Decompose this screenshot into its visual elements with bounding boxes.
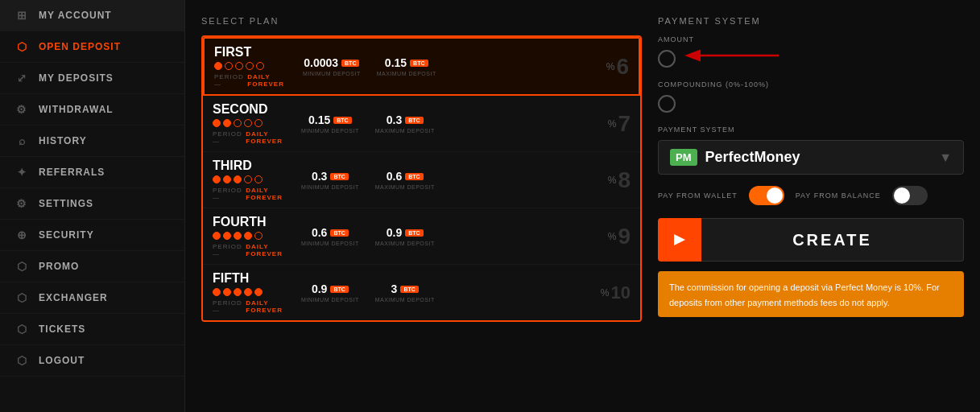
star-3 — [234, 119, 242, 127]
star-2 — [225, 62, 233, 70]
min-deposit-third: 0.3 BTC MINIMUM DEPOSIT — [301, 170, 359, 190]
star-2 — [223, 119, 231, 127]
account-icon: ⊞ — [14, 8, 29, 23]
plan-deposits-fifth: 0.9 BTC MINIMUM DEPOSIT 3 BTC MAXIMUM DE… — [301, 282, 593, 303]
sidebar-item-logout[interactable]: ⬡ Logout — [0, 345, 184, 377]
payment-section: Payment System Amount Compounding (0%-10… — [658, 16, 964, 396]
security-icon: ⊕ — [14, 228, 29, 242]
star-1 — [213, 288, 221, 296]
min-deposit-fifth: 0.9 BTC MINIMUM DEPOSIT — [301, 282, 359, 303]
plan-item-second[interactable]: SECOND PERIOD — DAILY FOREVER — [203, 96, 640, 152]
plan-name-area-first: FIRST PERIOD — DAILY FOREVER — [214, 45, 295, 88]
sidebar-item-open-deposit[interactable]: ⬡ Open Deposit — [0, 31, 184, 63]
pm-name: PerfectMoney — [705, 149, 800, 166]
star-1 — [213, 232, 221, 240]
plan-deposits-second: 0.15 BTC MINIMUM DEPOSIT 0.3 BTC MAXIMUM… — [301, 113, 600, 134]
star-1 — [213, 119, 221, 127]
deposit-icon: ⬡ — [14, 39, 29, 54]
star-4 — [246, 62, 254, 70]
sidebar-item-exchanger[interactable]: ⬡ Exchanger — [0, 282, 184, 314]
star-3 — [234, 232, 242, 240]
plan-percent-fifth: % 10 — [601, 282, 631, 303]
plan-period-first: PERIOD — DAILY FOREVER — [214, 73, 295, 88]
plan-name-area-fifth: FIFTH PERIOD — DAILY FOREVER — [213, 271, 293, 314]
min-deposit-first: 0.0003 BTC MINIMUM DEPOSIT — [303, 56, 361, 76]
max-deposit-fifth: 3 BTC MAXIMUM DEPOSIT — [375, 282, 435, 303]
plan-name-fifth: FIFTH — [213, 271, 293, 286]
plan-name-first: FIRST — [214, 45, 295, 60]
sidebar-item-referrals[interactable]: ✦ Referrals — [0, 157, 184, 188]
star-5 — [256, 62, 264, 70]
plan-name-third: THIRD — [213, 159, 293, 173]
star-3 — [235, 62, 243, 70]
promo-icon: ⬡ — [14, 259, 29, 274]
star-2 — [223, 232, 231, 240]
star-5 — [254, 175, 263, 183]
settings-icon: ⚙ — [14, 196, 29, 211]
sidebar-item-withdrawal[interactable]: ⚙ Withdrawal — [0, 94, 184, 126]
plan-section: Select Plan FIRST PERIOD — DAILY FOREVE — [201, 16, 642, 396]
amount-radio[interactable] — [658, 50, 676, 68]
amount-label: Amount — [658, 35, 964, 43]
notice-text: The commission for opening a deposit via… — [669, 282, 940, 307]
max-deposit-third: 0.6 BTC MAXIMUM DEPOSIT — [375, 170, 435, 190]
amount-radio-row — [658, 50, 964, 68]
compounding-radio-row — [658, 95, 964, 113]
min-deposit-second: 0.15 BTC MINIMUM DEPOSIT — [301, 113, 359, 134]
star-4 — [244, 119, 252, 127]
create-button-row: Create — [658, 218, 964, 262]
star-5 — [254, 288, 263, 296]
star-3 — [234, 175, 242, 183]
plan-name-fourth: FOURTH — [213, 215, 293, 229]
plan-stars-fourth — [213, 232, 293, 240]
create-main-button[interactable]: Create — [701, 218, 964, 262]
sidebar-item-history[interactable]: ⌕ History — [0, 126, 184, 157]
star-2 — [223, 175, 231, 183]
star-1 — [214, 62, 222, 70]
max-deposit-fourth: 0.9 BTC MAXIMUM DEPOSIT — [375, 226, 435, 246]
plan-item-third[interactable]: THIRD PERIOD — DAILY FOREVER — [203, 152, 640, 208]
sidebar-item-tickets[interactable]: ⬡ Tickets — [0, 314, 184, 345]
payment-system-label: Payment System — [658, 126, 964, 134]
payment-section-title: Payment System — [658, 16, 964, 26]
sidebar-item-my-deposits[interactable]: ⤢ My Deposits — [0, 63, 184, 94]
create-icon-button[interactable] — [658, 218, 701, 262]
plan-name-area-second: SECOND PERIOD — DAILY FOREVER — [213, 102, 293, 145]
tickets-icon: ⬡ — [14, 322, 29, 336]
sidebar-item-promo[interactable]: ⬡ Promo — [0, 251, 184, 282]
sidebar: ⊞ My Account ⬡ Open Deposit ⤢ My Deposit… — [0, 0, 185, 412]
plan-period-fourth: PERIOD — DAILY FOREVER — [213, 243, 293, 258]
sidebar-item-settings[interactable]: ⚙ Settings — [0, 188, 184, 220]
pm-icon: PM — [670, 149, 697, 166]
plan-percent-second: % 7 — [608, 111, 631, 137]
star-1 — [213, 175, 221, 183]
exchanger-icon: ⬡ — [14, 290, 29, 305]
plan-name-area-fourth: FOURTH PERIOD — DAILY FOREVER — [213, 215, 293, 258]
notice-box: The commission for opening a deposit via… — [658, 271, 964, 317]
max-deposit-second: 0.3 BTC MAXIMUM DEPOSIT — [375, 113, 435, 134]
star-5 — [254, 119, 263, 127]
sidebar-item-my-account[interactable]: ⊞ My Account — [0, 0, 184, 31]
main-content: Select Plan FIRST PERIOD — DAILY FOREVE — [185, 0, 980, 412]
plan-deposits-first: 0.0003 BTC MINIMUM DEPOSIT 0.15 BTC MAXI… — [303, 56, 598, 76]
plan-item-fourth[interactable]: FOURTH PERIOD — DAILY FOREVER — [203, 208, 640, 265]
plan-period-third: PERIOD — DAILY FOREVER — [213, 187, 293, 201]
pay-from-balance-toggle[interactable] — [892, 186, 928, 205]
plan-list: FIRST PERIOD — DAILY FOREVER — [201, 35, 642, 322]
star-4 — [244, 175, 252, 183]
max-deposit-first: 0.15 BTC MAXIMUM DEPOSIT — [377, 56, 436, 76]
plan-name-area-third: THIRD PERIOD — DAILY FOREVER — [213, 159, 293, 201]
payment-system-selector[interactable]: PM PerfectMoney ▼ — [658, 140, 964, 175]
plan-item-first[interactable]: FIRST PERIOD — DAILY FOREVER — [203, 37, 640, 96]
compounding-radio[interactable] — [658, 95, 676, 113]
history-icon: ⌕ — [14, 134, 29, 148]
star-5 — [254, 232, 263, 240]
pay-from-balance-label: Pay From Balance — [796, 192, 881, 200]
pay-from-wallet-toggle[interactable] — [749, 186, 784, 205]
toggle-row: Pay From Wallet Pay From Balance — [658, 186, 964, 205]
sidebar-item-security[interactable]: ⊕ Security — [0, 220, 184, 251]
star-3 — [234, 288, 242, 296]
plan-deposits-fourth: 0.6 BTC MINIMUM DEPOSIT 0.9 BTC MAXIMUM … — [301, 226, 600, 246]
plan-percent-third: % 8 — [608, 167, 631, 193]
plan-item-fifth[interactable]: FIFTH PERIOD — DAILY FOREVER — [203, 265, 640, 320]
